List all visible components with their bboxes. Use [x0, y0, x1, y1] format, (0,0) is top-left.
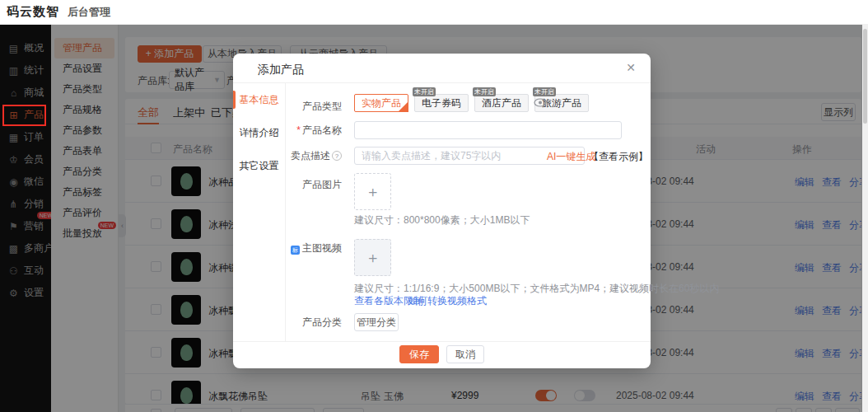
convert-format-link[interactable]: 如何转换视频格式 — [408, 294, 487, 308]
topbar: 码云数智 后台管理 — [0, 0, 868, 25]
version-badge-icon: 标 — [291, 246, 300, 255]
product-name-input[interactable] — [354, 121, 622, 139]
product-type-options: 实物产品✓电子券码未开启酒店产品未开启旅游产品未开启 — [354, 94, 589, 112]
app-logo: 码云数智 — [7, 4, 59, 20]
scrollbar-thumb[interactable] — [863, 29, 867, 124]
product-name-label: *产品名称 — [284, 121, 342, 139]
required-asterisk: * — [296, 124, 301, 136]
modal-footer-divider — [233, 341, 651, 342]
eye-icon[interactable] — [534, 98, 547, 110]
app-window: 码云数智 后台管理 ▤概况▥统计⌂商城⊞产品▦订单♔会员◉微信⋔分销⚑营销NEW… — [0, 0, 868, 412]
product-type-label: 产品类型 — [284, 97, 342, 115]
modal-tab-3[interactable]: 其它设置 — [233, 149, 285, 182]
product-type-option-3[interactable]: 酒店产品未开启 — [474, 94, 529, 112]
disabled-badge: 未开启 — [533, 87, 556, 96]
modal-header: 添加产品 ✕ — [233, 54, 651, 83]
topbar-subtitle: 后台管理 — [68, 5, 110, 20]
page-scrollbar[interactable] — [862, 25, 868, 412]
image-upload-box[interactable]: ＋ — [354, 173, 391, 210]
modal-title: 添加产品 — [258, 63, 304, 77]
product-type-option-1[interactable]: 实物产品✓ — [354, 94, 408, 112]
close-icon[interactable]: ✕ — [626, 61, 636, 74]
view-example-link[interactable]: 【查看示例】 — [589, 150, 648, 164]
selling-point-label: 卖点描述? — [284, 147, 342, 165]
video-upload-box[interactable]: ＋ — [354, 239, 391, 276]
add-product-modal: 添加产品 ✕ 基本信息详情介绍其它设置 产品类型 实物产品✓电子券码未开启酒店产… — [233, 54, 651, 368]
question-icon[interactable]: ? — [332, 151, 342, 161]
save-button[interactable]: 保存 — [399, 345, 439, 363]
main-video-label: 标主图视频 — [284, 239, 342, 257]
product-type-option-2[interactable]: 电子券码未开启 — [414, 94, 469, 112]
cancel-button[interactable]: 取消 — [446, 345, 484, 363]
product-category-label: 产品分类 — [284, 313, 342, 331]
manage-category-button[interactable]: 管理分类 — [354, 313, 399, 331]
disabled-badge: 未开启 — [413, 87, 436, 96]
modal-tab-column: 基本信息详情介绍其它设置 — [233, 83, 286, 341]
modal-tab-2[interactable]: 详情介绍 — [233, 116, 285, 149]
check-icon: ✓ — [402, 96, 408, 113]
modal-tab-1[interactable]: 基本信息 — [233, 83, 285, 116]
product-image-label: 产品图片 — [284, 176, 342, 194]
disabled-badge: 未开启 — [473, 87, 496, 96]
image-hint: 建议尺寸：800*800像素；大小1MB以下 — [354, 213, 530, 227]
